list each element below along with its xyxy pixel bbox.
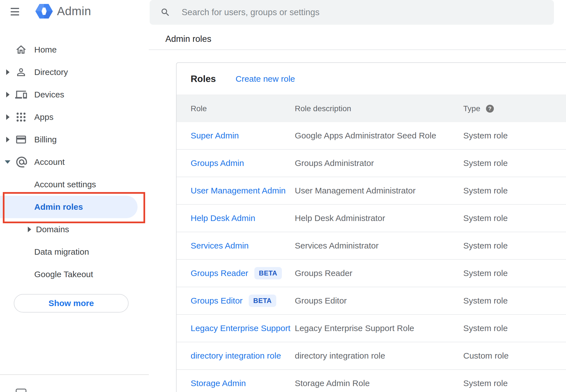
role-type: System role	[463, 158, 566, 168]
column-header-role-description: Role description	[295, 104, 463, 113]
sidebar-item-label: Admin roles	[34, 202, 83, 212]
role-type: System role	[463, 296, 566, 306]
sidebar-item-label: Home	[34, 45, 57, 54]
apps-grid-icon	[15, 111, 27, 123]
role-link[interactable]: Super Admin	[191, 131, 239, 140]
feedback-icon[interactable]	[16, 389, 26, 392]
sidebar-item-data-migration[interactable]: Data migration	[0, 241, 149, 263]
table-row: Groups Editor BETA Groups Editor System …	[177, 287, 566, 315]
role-description: Storage Admin Role	[295, 379, 463, 388]
role-description: Groups Reader	[295, 268, 463, 278]
sidebar-item-label: Account settings	[34, 180, 96, 189]
app-title: Admin	[57, 4, 91, 18]
role-type: System role	[463, 186, 566, 195]
admin-logo-icon	[35, 4, 53, 19]
role-description: User Management Administrator	[295, 186, 463, 195]
role-description: Legacy Enterprise Support Role	[295, 323, 463, 333]
expand-arrow-icon[interactable]	[6, 92, 10, 97]
table-row: User Management Admin User Management Ad…	[177, 177, 566, 205]
role-type: System role	[463, 379, 566, 388]
role-link[interactable]: Help Desk Admin	[191, 213, 255, 223]
role-link[interactable]: User Management Admin	[191, 186, 286, 195]
at-sign-icon	[15, 156, 28, 168]
role-link[interactable]: Groups Admin	[191, 158, 244, 168]
role-description: Groups Administrator	[295, 158, 463, 168]
devices-icon	[15, 89, 27, 101]
role-description: Google Apps Administrator Seed Role	[295, 131, 463, 140]
credit-card-icon	[15, 134, 27, 145]
sidebar-item-account[interactable]: Account	[0, 151, 149, 173]
create-new-role-link[interactable]: Create new role	[236, 74, 295, 84]
role-link[interactable]: Legacy Enterprise Support	[191, 323, 290, 333]
sidebar-item-label: Google Takeout	[34, 270, 93, 279]
beta-badge: BETA	[254, 267, 282, 279]
sidebar: Home Directory Devices Apps Billing	[0, 38, 149, 286]
sidebar-item-admin-roles[interactable]: Admin roles	[0, 196, 138, 218]
role-link[interactable]: Storage Admin	[191, 379, 246, 388]
role-type: System role	[463, 213, 566, 223]
role-type: Custom role	[463, 351, 566, 361]
sidebar-item-label: Account	[34, 157, 65, 167]
sidebar-item-label: Billing	[34, 135, 57, 144]
sidebar-item-google-takeout[interactable]: Google Takeout	[0, 263, 149, 286]
sidebar-item-label: Apps	[34, 112, 53, 122]
sidebar-item-label: Domains	[36, 225, 69, 234]
sidebar-item-devices[interactable]: Devices	[0, 83, 149, 106]
sidebar-item-domains[interactable]: Domains	[0, 218, 149, 241]
roles-title: Roles	[191, 74, 216, 84]
role-link[interactable]: Groups Reader	[191, 268, 248, 278]
sidebar-item-apps[interactable]: Apps	[0, 106, 149, 128]
admin-console-page: Admin Home Directory Devices Apps	[0, 0, 566, 392]
collapse-arrow-icon[interactable]	[5, 160, 10, 164]
sidebar-item-home[interactable]: Home	[0, 38, 149, 61]
show-more-button[interactable]: Show more	[14, 294, 129, 313]
column-header-type: Type ?	[463, 104, 566, 113]
table-row: Legacy Enterprise Support Legacy Enterpr…	[177, 315, 566, 342]
sidebar-item-label: Data migration	[34, 247, 89, 257]
person-icon	[15, 66, 27, 78]
expand-arrow-icon[interactable]	[6, 69, 10, 75]
content-divider	[149, 49, 566, 50]
menu-hamburger-icon[interactable]	[11, 8, 19, 15]
table-row: Storage Admin Storage Admin Role System …	[177, 370, 566, 392]
sidebar-item-label: Devices	[34, 90, 64, 99]
expand-arrow-icon[interactable]	[28, 227, 31, 232]
role-type: System role	[463, 323, 566, 333]
roles-panel: Roles Create new role Role Role descript…	[176, 62, 566, 392]
sidebar-item-account-settings[interactable]: Account settings	[0, 173, 149, 196]
roles-table-header: Role Role description Type ?	[177, 95, 566, 122]
expand-arrow-icon[interactable]	[6, 114, 10, 120]
role-description: directory integration role	[295, 351, 463, 361]
sidebar-item-directory[interactable]: Directory	[0, 61, 149, 83]
home-icon	[15, 44, 27, 56]
roles-panel-header: Roles Create new role	[177, 63, 566, 95]
breadcrumb: Admin roles	[165, 33, 211, 45]
table-row: Services Admin Services Administrator Sy…	[177, 232, 566, 260]
search-bar[interactable]	[150, 0, 554, 25]
role-link[interactable]: directory integration role	[191, 351, 281, 361]
table-row: directory integration role directory int…	[177, 342, 566, 370]
role-link[interactable]: Services Admin	[191, 241, 249, 250]
help-icon[interactable]: ?	[486, 105, 494, 113]
expand-arrow-icon[interactable]	[6, 137, 10, 142]
role-type: System role	[463, 131, 566, 140]
column-header-role: Role	[191, 104, 295, 113]
sidebar-item-billing[interactable]: Billing	[0, 128, 149, 151]
table-row: Help Desk Admin Help Desk Administrator …	[177, 205, 566, 232]
sidebar-footer-divider	[0, 374, 149, 375]
role-type: System role	[463, 268, 566, 278]
sidebar-item-label: Directory	[34, 67, 68, 77]
search-input[interactable]	[150, 0, 554, 25]
role-description: Help Desk Administrator	[295, 213, 463, 223]
role-description: Services Administrator	[295, 241, 463, 250]
beta-badge: BETA	[249, 295, 276, 307]
role-description: Groups Editor	[295, 296, 463, 306]
role-link[interactable]: Groups Editor	[191, 296, 243, 306]
table-row: Groups Admin Groups Administrator System…	[177, 150, 566, 177]
role-type: System role	[463, 241, 566, 250]
table-row: Super Admin Google Apps Administrator Se…	[177, 122, 566, 150]
table-row: Groups Reader BETA Groups Reader System …	[177, 260, 566, 287]
